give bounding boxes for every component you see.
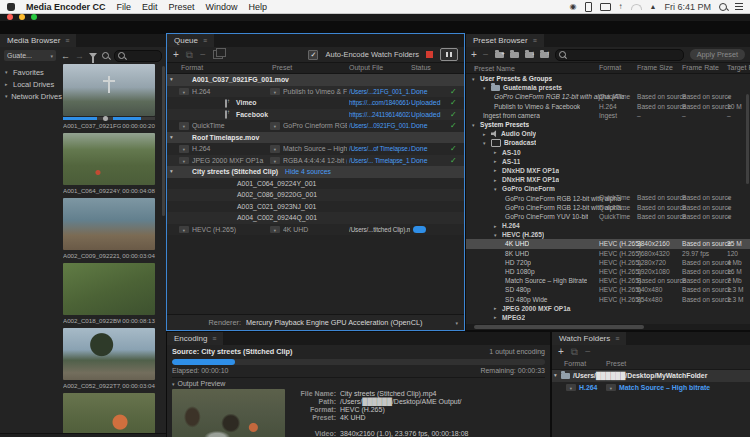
add-output-button[interactable]: ⧉ xyxy=(571,347,578,357)
duplicate-button[interactable] xyxy=(213,50,223,59)
format-dropdown[interactable] xyxy=(179,157,189,165)
row-output-file[interactable]: /Users/... Timelapse_1.mxf xyxy=(349,155,410,167)
panel-menu-icon[interactable]: ≡ xyxy=(533,37,537,44)
preset-search-input[interactable] xyxy=(569,51,683,58)
add-source-button[interactable]: + xyxy=(173,50,179,60)
format-dropdown[interactable] xyxy=(179,226,189,234)
menubar-clock[interactable]: Fri 6:41 PM xyxy=(664,2,711,12)
row-output-file[interactable]: /Users/...titched Clip).mp4 xyxy=(349,224,410,236)
tab-watch-folders[interactable]: Watch Folders ≡ xyxy=(552,332,626,345)
panel-menu-icon[interactable]: ≡ xyxy=(65,37,69,44)
queue-row[interactable]: A001_C064_09224Y_001 xyxy=(167,178,464,190)
eject-icon[interactable]: ▲ xyxy=(650,3,657,11)
preset-row[interactable]: 4K UHD HEVC (H.265) 3840x2160 Based on s… xyxy=(466,239,750,248)
row-expand-chevron[interactable]: ▾ xyxy=(170,132,173,144)
clip-scrub-bar[interactable] xyxy=(63,117,155,120)
preset-row[interactable]: GoPro CineForm RGB 12-bit with alpha (Al… xyxy=(466,92,750,101)
chevron-down-icon[interactable]: ▾ xyxy=(455,320,458,326)
preset-row[interactable]: SD 480p Wide HEVC (H.265) 854x480 Based … xyxy=(466,295,750,304)
row-expand-chevron[interactable]: ▸ xyxy=(494,314,499,320)
preset-row[interactable]: 8K UHD HEVC (H.265) 7680x4320 29.97 fps … xyxy=(466,249,750,258)
row-output-file[interactable]: /Users/...of Timelapse.mp4 xyxy=(349,143,410,155)
queue-row[interactable]: HEVC (H.265) 4K UHD /Users/...titched Cl… xyxy=(167,224,464,236)
notification-center-icon[interactable] xyxy=(735,3,743,10)
media-clip-item[interactable]: A001_C064_09224Y_... 00:00:04:08 xyxy=(63,133,158,194)
row-output-file[interactable]: /Users/...0921FG_001.mov xyxy=(349,120,410,132)
preset-row[interactable]: Ingest from camera Ingest – – – xyxy=(466,111,750,120)
column-preset[interactable]: Preset xyxy=(272,64,292,71)
search-type-icon[interactable] xyxy=(102,52,109,59)
wifi-icon[interactable] xyxy=(631,4,642,10)
remove-button[interactable]: − xyxy=(200,50,206,60)
preset-dropdown[interactable] xyxy=(270,145,280,153)
preset-dropdown[interactable] xyxy=(270,157,280,165)
queue-row[interactable]: A002_C086_09220G_001 xyxy=(167,189,464,201)
add-watch-folder-button[interactable]: + xyxy=(558,347,564,357)
vertical-scrollbar[interactable] xyxy=(162,66,165,216)
menu-preset[interactable]: Preset xyxy=(169,2,195,12)
format-dropdown[interactable] xyxy=(179,145,189,153)
preset-row[interactable]: ▸ Audio Only xyxy=(466,129,750,138)
vertical-scrollbar[interactable] xyxy=(746,94,749,184)
back-button[interactable]: ← xyxy=(61,51,70,61)
preset-dropdown[interactable] xyxy=(606,384,616,392)
media-clip-item[interactable]: A001_C037_0921FG_... 00:00:00:20 xyxy=(63,64,158,129)
preset-row[interactable]: ▾ Guatemala presets xyxy=(466,83,750,92)
panel-menu-icon[interactable]: ≡ xyxy=(615,335,619,342)
clip-thumbnail[interactable] xyxy=(63,133,155,185)
media-clip-item[interactable]: A002_C009_092221_... 00:00:03:04 xyxy=(63,198,158,259)
menu-help[interactable]: Help xyxy=(249,2,268,12)
clip-thumbnail[interactable] xyxy=(63,263,155,315)
media-clip-item[interactable] xyxy=(63,393,158,433)
preset-row[interactable]: ▸ MPEG2 xyxy=(466,313,750,322)
import-presets-icon[interactable] xyxy=(525,52,534,58)
display-mirroring-icon[interactable] xyxy=(600,3,611,11)
preset-row[interactable]: ▸ H.264 xyxy=(466,221,750,230)
new-preset-group-icon[interactable] xyxy=(495,52,504,58)
row-expand-chevron[interactable]: ▾ xyxy=(483,85,488,91)
preset-row[interactable]: ▸ AS-11 xyxy=(466,157,750,166)
preset-row[interactable]: ▾ Broadcast xyxy=(466,138,750,147)
preset-row[interactable]: ▾ HEVC (H.265) xyxy=(466,230,750,239)
output-preview-toggle[interactable]: ▾ Output Preview xyxy=(172,380,545,387)
preset-row[interactable]: ▸ JPEG 2000 MXF OP1a xyxy=(466,304,750,313)
clip-thumbnail[interactable] xyxy=(63,64,155,116)
queue-row[interactable]: JPEG 2000 MXF OP1a RGBA 4:4:4:4 12-bit (… xyxy=(167,155,464,167)
menu-window[interactable]: Window xyxy=(206,2,238,12)
forward-button[interactable]: → xyxy=(75,51,84,61)
tab-queue[interactable]: Queue ≡ xyxy=(167,34,214,47)
tree-item-local-drives[interactable]: ▸ Local Drives xyxy=(0,78,62,90)
column-format[interactable]: Format xyxy=(564,360,586,367)
clip-thumbnail[interactable] xyxy=(63,393,155,433)
preset-row[interactable]: HD 720p HEVC (H.265) 1280x720 Based on s… xyxy=(466,258,750,267)
queue-row[interactable]: Facebook https://...24119614602283 Uploa… xyxy=(167,109,464,121)
close-window-button[interactable] xyxy=(7,14,13,20)
menu-edit[interactable]: Edit xyxy=(142,2,158,12)
add-output-button[interactable]: ⧉ xyxy=(186,50,193,60)
row-expand-chevron[interactable]: ▾ xyxy=(170,166,173,178)
format-dropdown[interactable] xyxy=(566,384,576,392)
column-format[interactable]: Format xyxy=(599,64,621,71)
queue-row[interactable]: H.264 Match Source – High bitr... /Users… xyxy=(167,143,464,155)
pause-queue-button[interactable] xyxy=(440,48,458,61)
format-dropdown[interactable] xyxy=(179,88,189,96)
row-expand-chevron[interactable]: ▾ xyxy=(554,370,557,382)
apple-menu-icon[interactable] xyxy=(7,3,15,11)
row-expand-chevron[interactable]: ▾ xyxy=(483,140,488,146)
media-clip-item[interactable]: A002_C018_0922BW_... 00:00:08:13 xyxy=(63,263,158,324)
column-target-rate[interactable]: Target R xyxy=(727,64,750,71)
preset-row[interactable]: Match Source – High Bitrate HEVC (H.265)… xyxy=(466,276,750,285)
queue-row[interactable]: QuickTime GoPro Cineform RGB 12... /User… xyxy=(167,120,464,132)
preset-row[interactable]: ▾ GoPro CineForm xyxy=(466,184,750,193)
column-preset[interactable]: Preset xyxy=(606,360,626,367)
preset-row[interactable]: GoPro CineForm RGB 12-bit with alpha... … xyxy=(466,203,750,212)
app-menu-title[interactable]: Media Encoder CC xyxy=(26,2,106,12)
column-output-file[interactable]: Output File xyxy=(349,64,383,71)
hide-sources-link[interactable]: Hide 4 sources xyxy=(285,166,331,178)
column-frame-rate[interactable]: Frame Rate xyxy=(682,64,719,71)
clip-thumbnail[interactable] xyxy=(63,328,155,380)
location-dropdown[interactable]: Guate...▾ xyxy=(4,50,56,61)
row-expand-chevron[interactable]: ▾ xyxy=(494,232,499,238)
camera-status-icon[interactable]: ◉ xyxy=(570,3,577,11)
spotlight-search-icon[interactable] xyxy=(719,3,727,11)
